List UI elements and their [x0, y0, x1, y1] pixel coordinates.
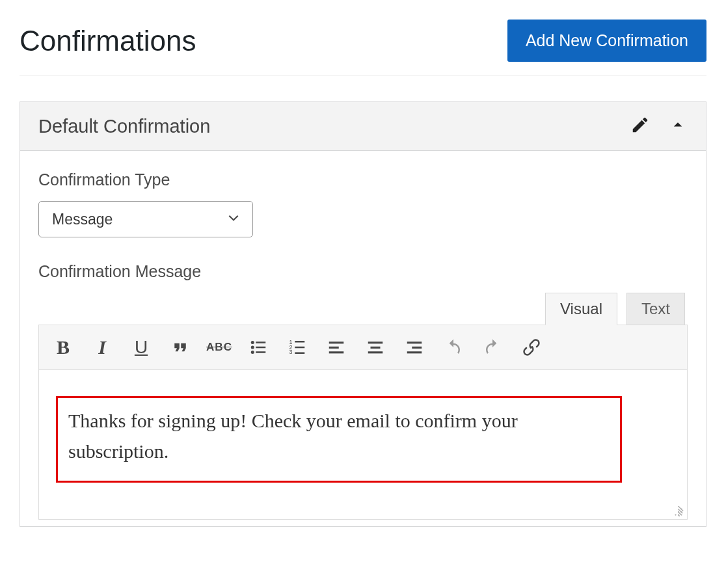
align-center-button[interactable] [358, 332, 393, 363]
confirmation-message-label: Confirmation Message [38, 262, 688, 281]
strikethrough-button[interactable]: ABC [202, 332, 237, 363]
page-title: Confirmations [20, 25, 196, 57]
header-row: Confirmations Add New Confirmation [20, 20, 706, 75]
confirmation-type-label: Confirmation Type [38, 170, 688, 189]
svg-rect-7 [295, 341, 304, 343]
svg-point-4 [251, 351, 254, 354]
editor-tabs: Visual Text [38, 293, 688, 325]
numbered-list-button[interactable]: 123 [280, 332, 315, 363]
underline-button[interactable]: U [124, 332, 159, 363]
svg-rect-19 [412, 347, 422, 349]
svg-point-24 [675, 514, 676, 515]
confirmation-type-select-wrap: Message [38, 201, 253, 237]
link-icon [522, 338, 541, 357]
svg-point-2 [251, 346, 254, 349]
bullet-list-button[interactable] [241, 332, 276, 363]
redo-button[interactable] [475, 332, 510, 363]
tab-visual[interactable]: Visual [545, 293, 617, 325]
svg-point-22 [678, 511, 679, 513]
svg-point-0 [251, 341, 254, 344]
panel-title: Default Confirmation [38, 116, 210, 137]
svg-rect-1 [256, 341, 265, 343]
svg-rect-11 [295, 353, 304, 354]
tab-text[interactable]: Text [626, 293, 685, 325]
svg-rect-9 [295, 347, 304, 349]
bold-button[interactable]: B [46, 332, 81, 363]
align-left-button[interactable] [319, 332, 354, 363]
undo-button[interactable] [436, 332, 471, 363]
collapse-icon[interactable] [668, 115, 688, 137]
svg-rect-3 [256, 347, 265, 349]
undo-icon [444, 338, 463, 357]
quote-icon [170, 338, 190, 357]
message-content: Thanks for signing up! Check your email … [68, 410, 518, 462]
italic-button[interactable]: I [85, 332, 120, 363]
redo-icon [483, 338, 502, 357]
confirmation-panel: Default Confirmation Confirmation Type M… [20, 101, 706, 527]
svg-rect-5 [256, 351, 265, 353]
svg-point-26 [680, 514, 682, 515]
editor-content-area[interactable]: Thanks for signing up! Check your email … [38, 370, 688, 520]
edit-icon[interactable] [630, 115, 650, 137]
blockquote-button[interactable] [163, 332, 198, 363]
svg-rect-14 [329, 351, 344, 353]
svg-point-25 [678, 514, 679, 515]
svg-rect-16 [371, 347, 381, 349]
align-center-icon [366, 338, 385, 357]
svg-rect-17 [368, 351, 383, 353]
svg-rect-20 [407, 351, 422, 353]
resize-grip-icon[interactable] [673, 506, 684, 518]
svg-rect-12 [329, 341, 344, 343]
align-right-icon [405, 338, 424, 357]
link-button[interactable] [514, 332, 549, 363]
svg-point-23 [680, 511, 682, 513]
svg-rect-15 [368, 341, 383, 343]
editor-toolbar: B I U ABC 123 [38, 325, 688, 370]
svg-rect-18 [407, 341, 422, 343]
bullet-list-icon [249, 338, 268, 357]
svg-point-21 [680, 508, 682, 509]
svg-text:3: 3 [289, 349, 293, 355]
editor-block: Visual Text B I U ABC 123 [38, 293, 688, 520]
add-confirmation-button[interactable]: Add New Confirmation [507, 20, 706, 62]
align-right-button[interactable] [397, 332, 432, 363]
align-left-icon [327, 338, 346, 357]
message-highlight: Thanks for signing up! Check your email … [56, 396, 622, 483]
svg-rect-13 [329, 347, 339, 349]
numbered-list-icon: 123 [288, 338, 307, 357]
confirmation-type-select[interactable]: Message [38, 201, 253, 237]
panel-actions [630, 115, 688, 137]
panel-header: Default Confirmation [20, 102, 706, 151]
panel-body: Confirmation Type Message Confirmation M… [20, 151, 706, 526]
